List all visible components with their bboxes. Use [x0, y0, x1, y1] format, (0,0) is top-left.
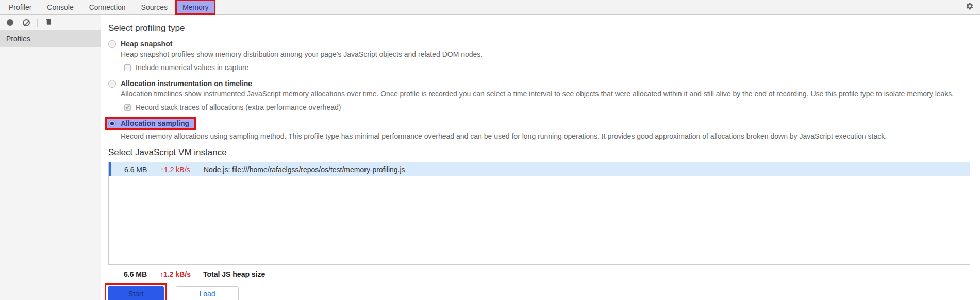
record-button[interactable]: [5, 18, 14, 27]
toolbar-divider: [37, 19, 38, 27]
clear-block-icon: [23, 19, 30, 26]
load-button[interactable]: Load: [176, 286, 239, 300]
start-annotation-box: Start: [105, 283, 167, 300]
profiler-toolbar: [0, 15, 101, 30]
vm-allocation-rate: ↑1.2 kB/s: [160, 165, 196, 174]
vm-instance-name: Node.js: file:///home/rafaelgss/repos/os…: [204, 165, 970, 174]
option-description: Record memory allocations using sampling…: [121, 132, 972, 140]
tabbar-divider: [959, 3, 959, 12]
tab-profiler[interactable]: Profiler: [1, 0, 39, 14]
profiling-type-heading: Select profiling type: [108, 23, 972, 34]
radio-icon[interactable]: [108, 120, 116, 127]
include-numerical-values-checkbox-row[interactable]: Include numerical values in capture: [124, 63, 972, 72]
checkbox-label[interactable]: Record stack traces of allocations (extr…: [136, 103, 341, 111]
tab-console[interactable]: Console: [39, 0, 81, 14]
checkbox-icon[interactable]: [124, 104, 131, 111]
record-icon: [7, 19, 13, 26]
heap-snapshot-radio-row[interactable]: Heap snapshot: [108, 40, 972, 48]
checkbox-icon[interactable]: [124, 64, 131, 71]
tab-bar: Profiler Console Connection Sources Memo…: [0, 0, 980, 15]
profiles-sidebar: Profiles: [0, 15, 101, 300]
tab-connection[interactable]: Connection: [81, 0, 134, 14]
record-stack-traces-checkbox-row[interactable]: Record stack traces of allocations (extr…: [124, 103, 972, 111]
clear-button[interactable]: [22, 18, 31, 27]
vm-instance-list: 6.6 MB ↑1.2 kB/s Node.js: file:///home/r…: [108, 162, 970, 265]
settings-button[interactable]: [965, 0, 980, 14]
trash-icon: [45, 18, 53, 28]
vm-heap-size: 6.6 MB: [124, 165, 153, 174]
option-description: Allocation timelines show instrumented J…: [121, 90, 972, 98]
option-allocation-sampling: Allocation sampling Record memory alloca…: [108, 117, 972, 140]
option-allocation-timeline: Allocation instrumentation on timeline A…: [108, 79, 972, 111]
allocation-sampling-annotation-box[interactable]: Allocation sampling: [105, 117, 196, 130]
devtools-memory-panel: Profiler Console Connection Sources Memo…: [0, 0, 980, 300]
action-buttons: Start Load: [108, 283, 972, 300]
total-heap-size: 6.6 MB: [124, 270, 153, 278]
tab-memory[interactable]: Memory: [176, 1, 215, 14]
vm-instance-row[interactable]: 6.6 MB ↑1.2 kB/s Node.js: file:///home/r…: [109, 162, 970, 176]
option-description: Heap snapshot profiles show memory distr…: [121, 50, 972, 58]
total-allocation-rate: ↑1.2 kB/s: [160, 270, 196, 278]
allocation-timeline-radio-row[interactable]: Allocation instrumentation on timeline: [108, 79, 972, 88]
radio-icon[interactable]: [108, 80, 116, 88]
vm-instance-heading: Select JavaScript VM instance: [108, 147, 972, 158]
start-button[interactable]: Start: [108, 286, 164, 300]
tab-sources[interactable]: Sources: [134, 0, 175, 14]
option-label[interactable]: Allocation instrumentation on timeline: [121, 79, 252, 88]
checkbox-label[interactable]: Include numerical values in capture: [136, 63, 248, 72]
total-heap-row: 6.6 MB ↑1.2 kB/s Total JS heap size: [108, 270, 572, 278]
tabbar-spacer: [215, 0, 959, 14]
option-label[interactable]: Allocation sampling: [121, 119, 189, 127]
radio-icon[interactable]: [108, 40, 116, 48]
option-heap-snapshot: Heap snapshot Heap snapshot profiles sho…: [108, 40, 972, 72]
delete-profile-button[interactable]: [44, 18, 53, 27]
option-label[interactable]: Heap snapshot: [121, 40, 172, 48]
profiles-section-header: Profiles: [0, 30, 101, 47]
memory-panel-main: Select profiling type Heap snapshot Heap…: [101, 15, 980, 300]
gear-icon: [966, 2, 974, 12]
total-heap-label: Total JS heap size: [203, 270, 572, 278]
